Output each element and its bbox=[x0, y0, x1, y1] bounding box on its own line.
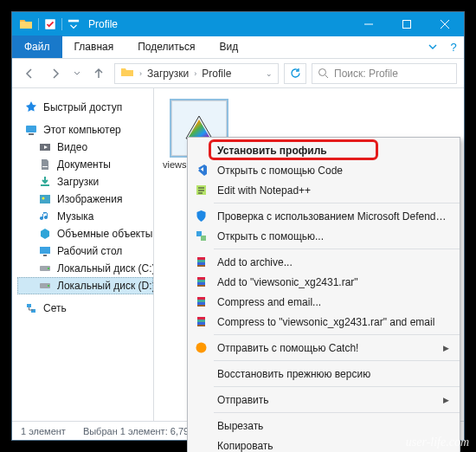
nav-downloads[interactable]: Загрузки bbox=[17, 173, 153, 190]
cube-icon bbox=[38, 227, 52, 241]
nav-quick-access[interactable]: Быстрый доступ bbox=[17, 99, 153, 116]
ctx-open-with[interactable]: Открыть с помощью... bbox=[188, 226, 460, 246]
ctx-send-to[interactable]: Отправить▶ bbox=[188, 390, 460, 410]
help-button[interactable]: ? bbox=[443, 36, 464, 58]
chevron-right-icon: › bbox=[139, 69, 142, 78]
breadcrumb-seg[interactable]: Загрузки bbox=[147, 68, 189, 80]
svg-rect-35 bbox=[197, 282, 205, 285]
ctx-cut[interactable]: Вырезать bbox=[188, 416, 460, 436]
minimize-button[interactable] bbox=[350, 12, 388, 36]
ctx-notepad[interactable]: Edit with Notepad++ bbox=[188, 180, 460, 200]
history-dropdown[interactable] bbox=[71, 63, 83, 84]
ctx-add-rar[interactable]: Add to "viewsonic_xg2431.rar" bbox=[188, 272, 460, 292]
winrar-icon bbox=[193, 274, 209, 290]
svg-rect-1 bbox=[68, 20, 79, 23]
svg-rect-33 bbox=[197, 277, 205, 280]
up-button[interactable] bbox=[88, 63, 109, 84]
chevron-right-icon: › bbox=[194, 69, 196, 78]
refresh-button[interactable] bbox=[284, 63, 306, 84]
search-placeholder: Поиск: Profile bbox=[334, 68, 398, 80]
notepadpp-icon bbox=[193, 183, 209, 198]
svg-rect-7 bbox=[42, 166, 48, 167]
ctx-open-code[interactable]: Открыть с помощью Code bbox=[188, 160, 460, 180]
svg-rect-30 bbox=[197, 260, 205, 262]
svg-rect-43 bbox=[197, 322, 205, 325]
drive-icon bbox=[38, 279, 52, 293]
nav-music[interactable]: Музыка bbox=[17, 208, 153, 225]
folder-small-icon bbox=[120, 65, 134, 81]
search-input[interactable]: Поиск: Profile bbox=[312, 63, 457, 84]
back-button[interactable] bbox=[19, 63, 40, 84]
doc-icon bbox=[38, 158, 52, 171]
svg-rect-2 bbox=[403, 21, 411, 29]
nav-this-pc[interactable]: Этот компьютер bbox=[17, 121, 153, 139]
ctx-compress-to-email[interactable]: Compress to "viewsonic_xg2431.rar" and e… bbox=[188, 312, 460, 332]
chevron-right-icon: ▶ bbox=[443, 396, 449, 404]
ctx-install-profile[interactable]: Установить профиль bbox=[188, 140, 460, 160]
nav-disk-c[interactable]: Локальный диск (C:) bbox=[17, 260, 153, 277]
desktop-icon bbox=[38, 244, 52, 258]
svg-point-10 bbox=[42, 197, 45, 200]
svg-rect-29 bbox=[197, 257, 205, 260]
title-bar: Profile bbox=[12, 12, 464, 36]
nav-network[interactable]: Сеть bbox=[17, 300, 153, 317]
star-icon bbox=[24, 100, 38, 114]
svg-rect-37 bbox=[197, 297, 205, 300]
ctx-compress-email[interactable]: Compress and email... bbox=[188, 292, 460, 312]
checkbox-icon[interactable] bbox=[44, 18, 56, 30]
winrar-icon bbox=[193, 314, 209, 330]
window-title: Profile bbox=[88, 18, 118, 30]
tab-share[interactable]: Поделиться bbox=[125, 36, 207, 58]
maximize-button[interactable] bbox=[388, 12, 426, 36]
breadcrumb-bar[interactable]: › Загрузки › Profile ⌄ bbox=[114, 63, 279, 84]
download-icon bbox=[38, 175, 52, 189]
breadcrumb-seg[interactable]: Profile bbox=[202, 68, 231, 80]
svg-rect-34 bbox=[197, 280, 205, 282]
shield-icon bbox=[193, 209, 209, 224]
nav-3d-objects[interactable]: Объемные объекты bbox=[17, 225, 153, 242]
svg-rect-41 bbox=[197, 317, 205, 320]
context-menu: Установить профиль Открыть с помощью Cod… bbox=[187, 137, 460, 452]
tab-view[interactable]: Вид bbox=[207, 36, 250, 58]
nav-documents[interactable]: Документы bbox=[17, 156, 153, 173]
watermark: user-life.com bbox=[406, 436, 469, 449]
nav-videos[interactable]: Видео bbox=[17, 139, 153, 156]
pc-icon bbox=[24, 123, 38, 137]
svg-rect-5 bbox=[29, 133, 34, 135]
svg-rect-38 bbox=[197, 300, 205, 302]
winrar-icon bbox=[193, 255, 209, 270]
ribbon-expand-button[interactable] bbox=[422, 36, 443, 58]
svg-rect-31 bbox=[197, 262, 205, 265]
close-button[interactable] bbox=[426, 12, 464, 36]
ctx-restore-version[interactable]: Восстановить прежнюю версию bbox=[188, 364, 460, 384]
ctx-add-archive[interactable]: Add to archive... bbox=[188, 252, 460, 272]
video-icon bbox=[38, 140, 52, 154]
svg-rect-27 bbox=[201, 236, 206, 241]
nav-desktop[interactable]: Рабочий стол bbox=[17, 242, 153, 260]
svg-rect-39 bbox=[197, 302, 205, 305]
dropdown-icon[interactable] bbox=[68, 18, 80, 30]
search-icon bbox=[318, 68, 329, 79]
ctx-catch-send[interactable]: Отправить с помощью Catch!▶ bbox=[188, 338, 460, 358]
vscode-icon bbox=[193, 163, 209, 178]
folder-icon bbox=[19, 17, 33, 31]
nav-tree[interactable]: Быстрый доступ Этот компьютер Видео Доку… bbox=[12, 88, 154, 421]
nav-disk-d[interactable]: Локальный диск (D:) bbox=[17, 277, 153, 294]
svg-point-14 bbox=[48, 268, 49, 269]
svg-point-44 bbox=[196, 343, 206, 353]
svg-point-3 bbox=[319, 69, 326, 76]
status-selection: Выбран 1 элемент: 6,79 КБ bbox=[83, 426, 203, 436]
svg-rect-42 bbox=[197, 320, 205, 322]
ctx-defender[interactable]: Проверка с использованием Microsoft Defe… bbox=[188, 206, 460, 226]
tab-home[interactable]: Главная bbox=[62, 36, 126, 58]
forward-button[interactable] bbox=[45, 63, 66, 84]
svg-rect-4 bbox=[26, 126, 36, 132]
nav-pictures[interactable]: Изображения bbox=[17, 190, 153, 208]
svg-rect-8 bbox=[41, 184, 49, 186]
drive-icon bbox=[38, 262, 52, 275]
chevron-down-icon[interactable]: ⌄ bbox=[266, 69, 273, 78]
openwith-icon bbox=[193, 229, 209, 244]
svg-point-16 bbox=[48, 285, 49, 287]
network-icon bbox=[24, 301, 38, 315]
tab-file[interactable]: Файл bbox=[12, 36, 62, 58]
